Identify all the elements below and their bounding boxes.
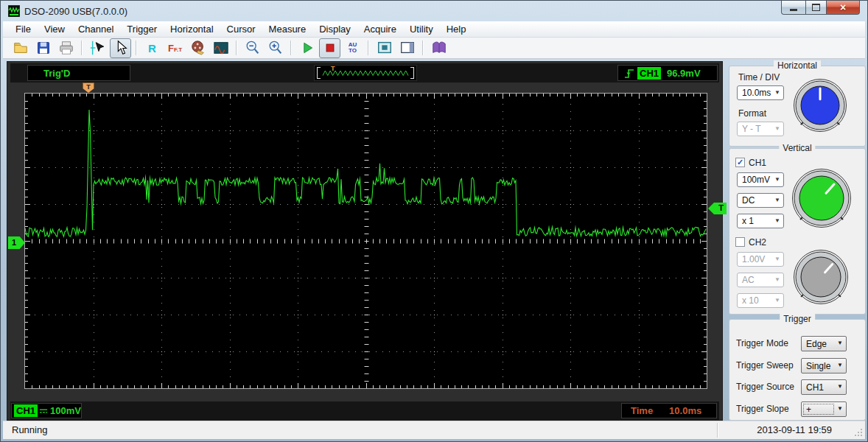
toolbar-separator [81, 41, 83, 55]
status-separator [717, 423, 718, 438]
trigger-sweep-select[interactable]: Single▼ [801, 358, 847, 373]
toolbar-separator [368, 41, 369, 55]
full-screen-icon [377, 40, 393, 56]
chevron-down-icon: ▼ [774, 276, 780, 283]
ch1-probe-select[interactable]: x 1▼ [737, 214, 784, 228]
time-value: 10.0ms [669, 405, 701, 416]
menu-item-help[interactable]: Help [440, 21, 473, 37]
trigger-readout-box: CH1 96.9mV [617, 65, 718, 81]
open-icon [13, 40, 29, 56]
chevron-down-icon: ▼ [837, 383, 843, 390]
trigger-level-marker[interactable]: T [708, 203, 727, 214]
trigger-sweep-label: Trigger Sweep [736, 360, 794, 371]
vertical-panel-title: Vertical [779, 143, 815, 153]
menu-item-trigger[interactable]: Trigger [120, 21, 164, 37]
zoom-out-button[interactable] [242, 38, 263, 58]
ch2-label: CH2 [749, 237, 766, 248]
format-label: Format [738, 108, 766, 119]
refresh-r-icon: R [148, 42, 156, 55]
start-button[interactable] [296, 38, 318, 58]
horizontal-panel: Horizontal Time / DIV 10.0ms▼ Format Y -… [729, 66, 866, 147]
channel1-level-marker[interactable]: 1 [8, 236, 25, 249]
waveform-snapshot-icon [213, 40, 229, 56]
snapshot-button[interactable] [210, 38, 231, 58]
menu-item-channel[interactable]: Channel [71, 21, 120, 37]
preview-waveform [323, 71, 408, 76]
timebase-readout-box: Time 10.0ms [621, 403, 717, 418]
preview-trigger-marker: T [331, 65, 335, 72]
ch1-position-knob[interactable] [791, 168, 852, 231]
toolbar-separator [236, 41, 237, 55]
zoom-in-icon [267, 40, 284, 56]
menu-item-cursor[interactable]: Cursor [220, 21, 262, 37]
chevron-down-icon: ▼ [837, 340, 843, 346]
ch2-position-knob[interactable] [793, 249, 849, 308]
auto-set-button[interactable]: AUTO [342, 38, 363, 58]
record-button[interactable] [187, 38, 209, 58]
chevron-down-icon: ▼ [837, 405, 843, 412]
trigger-panel-title: Trigger [780, 314, 815, 324]
menu-item-utility[interactable]: Utility [403, 21, 440, 37]
app-window: DSO-2090 USB(7.0.0.0) × File View Channe… [0, 0, 868, 442]
ch1-label: CH1 [749, 158, 766, 168]
stop-icon [323, 41, 337, 55]
trigger-slope-label: Trigger Slope [736, 404, 789, 414]
menu-item-measure[interactable]: Measure [262, 21, 313, 37]
scope-area: Trig'D T CH1 96.9mV T 1 T CH1 [7, 61, 723, 421]
menu-item-display[interactable]: Display [312, 21, 357, 37]
title-bar: DSO-2090 USB(7.0.0.0) × [1, 1, 867, 21]
chevron-down-icon: ▼ [774, 297, 780, 304]
channel1-readout-box: CH1 100mV [11, 403, 82, 418]
status-bar: Running 2013-09-11 19:59 [3, 421, 865, 439]
trigger-mode-select[interactable]: Edge▼ [801, 336, 847, 351]
full-screen-button[interactable] [374, 38, 395, 58]
cursor-measure-icon [90, 40, 106, 56]
maximize-icon [812, 4, 820, 11]
resize-grip[interactable] [854, 428, 864, 438]
scope-canvas [25, 94, 707, 388]
fft-button[interactable]: FF.T [164, 38, 186, 58]
refresh-button[interactable]: R [141, 38, 163, 58]
chevron-down-icon: ▼ [837, 362, 843, 368]
open-button[interactable] [10, 38, 31, 58]
trigger-slope-select[interactable]: +▼ [801, 401, 847, 417]
minimize-icon [790, 9, 797, 11]
chevron-down-icon: ▼ [774, 125, 780, 132]
cursor-measure-button[interactable] [87, 38, 108, 58]
time-div-select[interactable]: 10.0ms▼ [737, 85, 784, 100]
window-title: DSO-2090 USB(7.0.0.0) [24, 6, 127, 17]
save-button[interactable] [32, 38, 54, 58]
horizontal-knob[interactable] [793, 78, 847, 136]
ch1-checkbox[interactable]: ✓ [735, 158, 745, 167]
help-button[interactable] [428, 38, 449, 58]
trigger-source-select[interactable]: CH1▼ [801, 379, 847, 395]
trigger-position-marker[interactable]: T [83, 83, 94, 93]
app-logo-icon [8, 5, 20, 17]
trigger-edge-icon [624, 67, 635, 80]
chevron-down-icon: ▼ [774, 197, 780, 203]
trigger-status-box: Trig'D [27, 65, 130, 81]
print-button[interactable] [55, 38, 77, 58]
minimize-button[interactable] [781, 1, 806, 15]
menu-item-view[interactable]: View [38, 21, 71, 37]
record-reel-icon [190, 40, 206, 56]
zoom-in-button[interactable] [265, 38, 286, 58]
close-button[interactable]: × [827, 1, 860, 15]
panel-layout-icon [399, 40, 416, 56]
ch1-coupling-select[interactable]: DC▼ [737, 193, 784, 208]
stop-button[interactable] [319, 38, 340, 58]
panel-layout-button[interactable] [396, 38, 418, 58]
zoom-out-icon [245, 40, 261, 56]
menu-item-horizontal[interactable]: Horizontal [164, 21, 220, 37]
vertical-panel: Vertical ✓ CH1 100mV▼ DC▼ x 1▼ CH2 1.00V… [729, 148, 866, 315]
menu-bar: File View Channel Trigger Horizontal Cur… [3, 21, 865, 38]
ch1-volts-select[interactable]: 100mV▼ [737, 172, 784, 187]
trigger-status: Trig'D [43, 68, 70, 79]
menu-item-file[interactable]: File [9, 21, 38, 37]
menu-item-acquire[interactable]: Acquire [357, 21, 403, 37]
maximize-button[interactable] [806, 1, 827, 15]
acquisition-status: Running [12, 424, 47, 435]
trigger-panel: Trigger Trigger Mode Edge▼ Trigger Sweep… [729, 319, 866, 421]
ch2-checkbox[interactable] [735, 237, 745, 247]
cursor-select-button[interactable] [110, 38, 131, 58]
